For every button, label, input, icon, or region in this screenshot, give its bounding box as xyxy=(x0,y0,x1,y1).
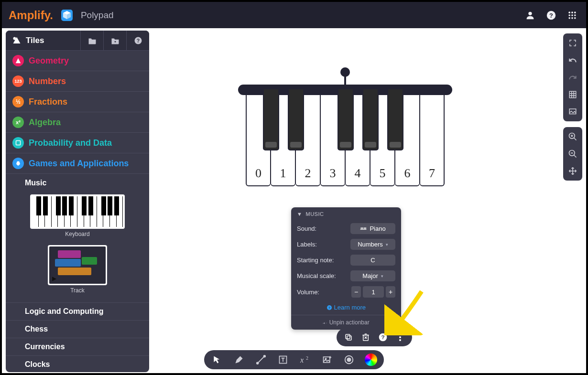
starting-note-select[interactable]: C xyxy=(350,255,395,266)
labels-select[interactable]: Numbers▾ xyxy=(350,239,395,250)
volume-decrease-button[interactable]: − xyxy=(351,286,361,298)
record-tool-icon[interactable] xyxy=(343,354,355,366)
svg-rect-41 xyxy=(324,357,330,363)
text-tool-icon[interactable] xyxy=(277,354,289,366)
black-key[interactable] xyxy=(288,88,304,150)
svg-marker-18 xyxy=(16,58,21,64)
svg-text:?: ? xyxy=(549,11,553,19)
svg-rect-22 xyxy=(362,227,363,229)
line-tool-icon[interactable] xyxy=(255,354,267,366)
category-fractions[interactable]: ½ Fractions xyxy=(6,92,149,112)
zoom-tools xyxy=(563,127,582,181)
delete-icon[interactable] xyxy=(360,332,371,343)
black-key[interactable] xyxy=(387,88,403,150)
category-label: Fractions xyxy=(29,97,67,107)
svg-text:?: ? xyxy=(136,37,139,43)
svg-rect-23 xyxy=(364,227,365,229)
svg-rect-21 xyxy=(361,227,362,229)
svg-point-32 xyxy=(399,333,401,335)
fullscreen-icon[interactable] xyxy=(566,36,579,50)
sidebar-help-icon[interactable]: ? xyxy=(126,31,149,50)
svg-point-15 xyxy=(114,41,116,42)
category-algebra[interactable]: x² Algebra xyxy=(6,112,149,133)
subrow-clocks[interactable]: Clocks xyxy=(6,355,149,372)
svg-point-9 xyxy=(574,14,576,16)
zoom-out-icon[interactable] xyxy=(566,147,579,161)
equation-tool-icon[interactable]: x2 xyxy=(299,354,311,366)
svg-point-44 xyxy=(347,358,350,361)
track-thumb: ▶ xyxy=(49,246,106,284)
tile-caption: Keyboard xyxy=(65,231,89,237)
sound-label: Sound: xyxy=(297,225,316,232)
svg-point-36 xyxy=(257,363,259,364)
svg-point-7 xyxy=(568,14,570,16)
tiles-label: Tiles xyxy=(26,36,44,45)
sound-select[interactable]: Piano xyxy=(350,223,395,234)
image-tool-icon[interactable] xyxy=(321,354,333,366)
category-probability[interactable]: Probability and Data xyxy=(6,133,149,153)
subrow-logic[interactable]: Logic and Computing xyxy=(6,302,149,320)
svg-point-11 xyxy=(571,17,573,19)
zoom-in-icon[interactable] xyxy=(566,130,579,143)
app-title: Polypad xyxy=(81,10,114,21)
redo-icon[interactable] xyxy=(566,71,579,84)
panel-title[interactable]: ▼ MUSIC xyxy=(291,207,401,221)
volume-value: 1 xyxy=(363,286,384,298)
view-tools xyxy=(563,33,582,121)
help-icon[interactable]: ? xyxy=(544,8,558,22)
svg-point-12 xyxy=(574,17,576,19)
category-numbers[interactable]: 123 Numbers xyxy=(6,71,149,92)
tile-keyboard[interactable]: Keyboard xyxy=(6,191,149,241)
svg-point-6 xyxy=(574,11,576,13)
chevron-down-icon: ▾ xyxy=(381,274,383,279)
grid-icon[interactable] xyxy=(566,88,579,101)
volume-increase-button[interactable]: + xyxy=(386,286,395,298)
tiles-tab[interactable]: Tiles xyxy=(6,36,80,45)
move-icon[interactable] xyxy=(566,164,579,178)
svg-rect-27 xyxy=(347,336,351,340)
white-key-7[interactable]: 7 xyxy=(420,88,445,186)
category-geometry[interactable]: Geometry xyxy=(6,51,149,71)
games-icon xyxy=(12,158,24,169)
black-key[interactable] xyxy=(362,88,379,150)
fractions-icon: ½ xyxy=(12,96,24,107)
labels-label: Labels: xyxy=(297,241,317,248)
scale-select[interactable]: Major▾ xyxy=(350,270,395,281)
color-picker-icon[interactable] xyxy=(365,354,377,366)
subrow-currencies[interactable]: Currencies xyxy=(6,338,149,355)
piano-tile[interactable]: 0 1 2 3 4 5 6 7 xyxy=(246,66,445,164)
svg-text:2: 2 xyxy=(306,355,308,361)
learn-more-link[interactable]: ? Learn more xyxy=(291,300,401,315)
svg-point-4 xyxy=(568,11,570,13)
sidebar-header: Tiles ? xyxy=(6,31,149,51)
user-icon[interactable] xyxy=(523,8,537,22)
background-image-icon[interactable] xyxy=(566,105,579,118)
svg-point-34 xyxy=(399,339,401,341)
cube-icon xyxy=(60,8,74,22)
shared-folder-icon[interactable] xyxy=(103,31,126,50)
subrow-chess[interactable]: Chess xyxy=(6,320,149,338)
svg-rect-45 xyxy=(569,91,576,98)
brand-logo: Amplify. xyxy=(9,9,53,22)
category-label: Geometry xyxy=(29,56,69,66)
black-key[interactable] xyxy=(338,88,354,150)
category-games[interactable]: Games and Applications xyxy=(6,153,149,174)
copy-icon[interactable] xyxy=(343,332,354,343)
black-key[interactable] xyxy=(263,88,279,150)
tile-track[interactable]: ▶ Track xyxy=(6,241,149,298)
svg-point-33 xyxy=(399,336,401,338)
svg-point-14 xyxy=(13,37,16,40)
top-bar: Amplify. Polypad ? xyxy=(2,2,586,28)
sidebar: Tiles ? Geometry 123 Numbers ½ xyxy=(6,31,149,372)
apps-grid-icon[interactable] xyxy=(565,8,579,22)
folder-icon[interactable] xyxy=(80,31,103,50)
probability-icon xyxy=(12,137,24,149)
undo-icon[interactable] xyxy=(566,54,579,67)
pen-tool-icon[interactable] xyxy=(233,354,245,366)
svg-point-5 xyxy=(571,11,573,13)
pointer-tool-icon[interactable] xyxy=(211,354,223,366)
unpin-actionbar-button[interactable]: Unpin actionbar xyxy=(291,315,401,330)
more-dots-icon[interactable] xyxy=(395,332,405,343)
pill-help-icon[interactable]: ? xyxy=(378,332,388,343)
svg-line-35 xyxy=(258,356,265,364)
